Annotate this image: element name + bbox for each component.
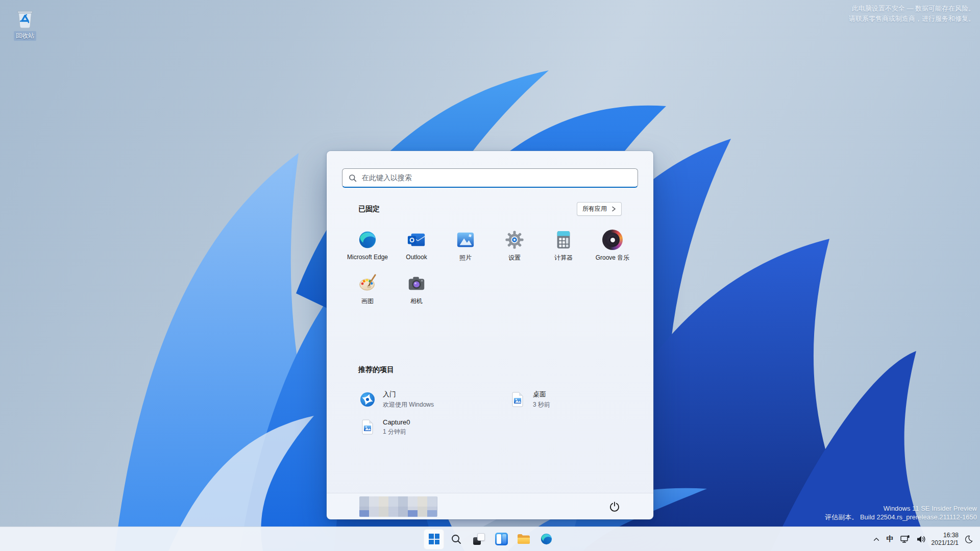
- taskbar: 中 16:38 2021/12/1: [0, 527, 980, 551]
- all-apps-button[interactable]: 所有应用: [577, 202, 622, 216]
- app-label: 相机: [410, 297, 423, 306]
- search-icon: [451, 534, 462, 545]
- settings-gear-icon: [504, 230, 525, 250]
- clock-button[interactable]: 16:38 2021/12/1: [929, 530, 961, 549]
- search-placeholder: 在此键入以搜索: [362, 173, 412, 183]
- windows-logo-icon: [429, 534, 439, 544]
- app-label: Groove 音乐: [596, 254, 630, 262]
- volume-icon: [916, 534, 926, 544]
- chevron-right-icon: [611, 206, 616, 212]
- security-warning-line1: 此电脑设置不安全 — 数据可能存在风险。: [849, 4, 975, 14]
- recommended-header: 推荐的项目: [358, 365, 394, 374]
- hidden-icons-button[interactable]: [870, 530, 883, 549]
- recommended-grid: 入门 欢迎使用 Windows 桌面 3 秒前: [359, 386, 637, 441]
- pinned-grid: Microsoft Edge O Outlook: [343, 226, 637, 312]
- groove-music-icon: [602, 230, 623, 250]
- edge-icon: [357, 230, 378, 250]
- taskbar-center: [424, 529, 556, 549]
- camera-icon: [406, 273, 427, 293]
- app-label: Outlook: [406, 254, 427, 261]
- image-file-icon: [509, 392, 526, 407]
- focus-assist-moon-icon: [964, 535, 973, 544]
- tray-time: 16:38: [943, 532, 959, 539]
- image-file-icon: [359, 419, 376, 435]
- widgets-icon: [495, 533, 508, 545]
- build-watermark: Windows 11 SE Insider Preview 评估副本。 Buil…: [825, 504, 977, 522]
- recommended-title: 桌面: [533, 390, 550, 399]
- network-button[interactable]: [897, 530, 913, 549]
- recommended-item-capture0[interactable]: Capture0 1 分钟前: [359, 413, 509, 441]
- desktop: 回收站 此电脑设置不安全 — 数据可能存在风险。 请联系零售商或制造商，进行服务…: [0, 0, 980, 551]
- user-name-redacted: [359, 496, 437, 517]
- app-tile-outlook[interactable]: O Outlook: [392, 226, 441, 269]
- app-label: 设置: [508, 254, 521, 262]
- power-button[interactable]: [604, 496, 625, 517]
- volume-button[interactable]: [913, 530, 928, 549]
- recommended-title: 入门: [383, 390, 434, 399]
- app-label: 计算器: [554, 254, 573, 262]
- power-icon: [609, 501, 620, 512]
- watermark-line2: 评估副本。 Build 22504.rs_prerelease.211112-1…: [825, 513, 977, 522]
- task-view-button[interactable]: [469, 529, 489, 549]
- widgets-button[interactable]: [491, 529, 511, 549]
- paint-palette-icon: [357, 273, 378, 293]
- svg-text:O: O: [409, 237, 414, 244]
- ime-label: 中: [887, 535, 894, 544]
- app-tile-paint[interactable]: 画图: [343, 269, 392, 312]
- recommended-subtitle: 欢迎使用 Windows: [383, 400, 434, 409]
- recycle-bin[interactable]: 回收站: [5, 6, 45, 41]
- task-view-icon: [473, 533, 485, 545]
- app-tile-microsoft-edge[interactable]: Microsoft Edge: [343, 226, 392, 269]
- file-explorer-icon: [517, 534, 530, 544]
- search-icon: [349, 174, 357, 182]
- photos-icon: [455, 230, 476, 250]
- outlook-icon: O: [406, 230, 427, 250]
- recycle-bin-icon: [13, 6, 37, 30]
- app-tile-groove-music[interactable]: Groove 音乐: [588, 226, 637, 269]
- start-menu-footer: [327, 493, 653, 519]
- tray-date: 2021/12/1: [932, 539, 959, 547]
- all-apps-label: 所有应用: [582, 205, 607, 213]
- edge-taskbar-button[interactable]: [536, 529, 556, 549]
- watermark-line1: Windows 11 SE Insider Preview: [825, 504, 977, 513]
- recycle-bin-label: 回收站: [14, 31, 36, 41]
- get-started-icon: [359, 392, 376, 407]
- app-tile-photos[interactable]: 照片: [441, 226, 490, 269]
- recommended-title: Capture0: [383, 418, 410, 426]
- pinned-header: 已固定: [358, 205, 380, 214]
- ime-indicator[interactable]: 中: [884, 530, 897, 549]
- recommended-item-desktop[interactable]: 桌面 3 秒前: [509, 386, 637, 413]
- app-tile-settings[interactable]: 设置: [490, 226, 539, 269]
- recommended-item-get-started[interactable]: 入门 欢迎使用 Windows: [359, 386, 509, 413]
- app-label: 画图: [361, 297, 374, 306]
- app-label: 照片: [459, 254, 472, 262]
- app-tile-calculator[interactable]: 计算器: [539, 226, 588, 269]
- search-input[interactable]: 在此键入以搜索: [342, 168, 638, 188]
- start-menu: 在此键入以搜索 已固定 所有应用 Microsoft: [327, 151, 653, 519]
- app-tile-camera[interactable]: 相机: [392, 269, 441, 312]
- start-button[interactable]: [424, 529, 444, 549]
- user-account-button[interactable]: [359, 496, 437, 517]
- edge-icon: [540, 533, 553, 545]
- recommended-subtitle: 1 分钟前: [383, 428, 410, 436]
- notification-center-button[interactable]: [962, 530, 976, 549]
- file-explorer-button[interactable]: [513, 529, 534, 549]
- app-label: Microsoft Edge: [347, 254, 388, 261]
- security-warning: 此电脑设置不安全 — 数据可能存在风险。 请联系零售商或制造商，进行服务和修复。: [849, 4, 975, 24]
- security-warning-line2: 请联系零售商或制造商，进行服务和修复。: [849, 14, 975, 24]
- system-tray: 中 16:38 2021/12/1: [870, 527, 976, 551]
- chevron-up-icon: [873, 536, 880, 543]
- taskbar-search-button[interactable]: [446, 529, 467, 549]
- recommended-subtitle: 3 秒前: [533, 400, 550, 409]
- calculator-icon: [553, 230, 574, 250]
- network-icon: [900, 534, 910, 544]
